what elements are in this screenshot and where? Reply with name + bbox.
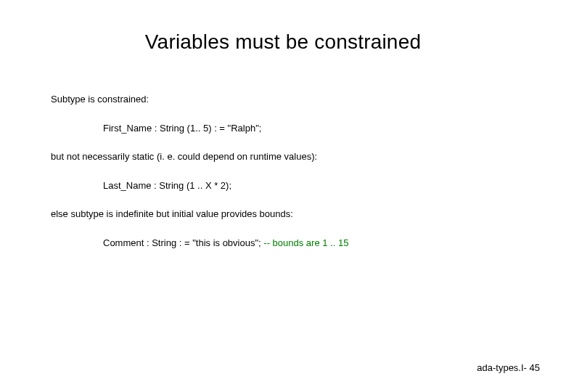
text-line: else subtype is indefinite but initial v…: [51, 208, 515, 221]
code-fragment: Comment : String : = "this is obvious";: [103, 237, 263, 248]
code-comment: -- bounds are 1 .. 15: [263, 237, 348, 248]
code-line: Comment : String : = "this is obvious"; …: [103, 237, 515, 250]
slide-title: Variables must be constrained: [0, 30, 566, 54]
slide-body: Subtype is constrained: First_Name : Str…: [51, 93, 515, 265]
slide-footer: ada-types.I- 45: [477, 362, 540, 373]
text-line: but not necessarily static (i. e. could …: [51, 150, 515, 163]
slide: Variables must be constrained Subtype is…: [0, 0, 566, 392]
code-line: First_Name : String (1.. 5) : = "Ralph";: [103, 122, 515, 135]
code-line: Last_Name : String (1 .. X * 2);: [103, 179, 515, 192]
text-line: Subtype is constrained:: [51, 93, 515, 106]
